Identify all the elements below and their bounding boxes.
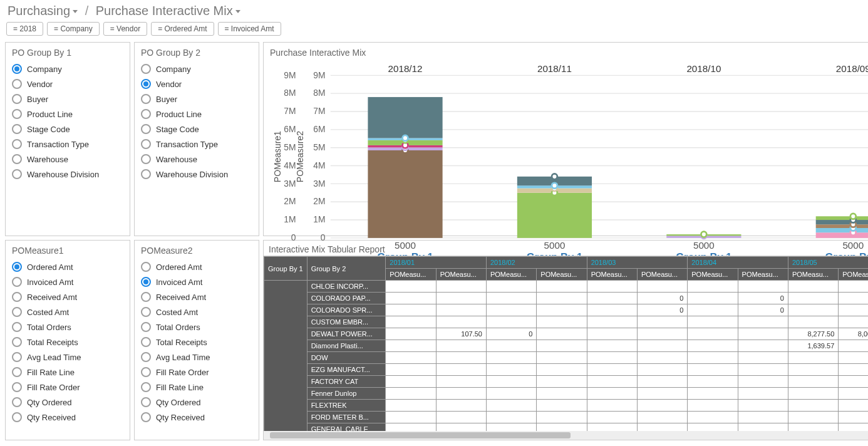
- radio-measure2-invoiced-amt[interactable]: Invoiced Amt: [137, 274, 256, 289]
- filter-pill[interactable]: = Company: [47, 22, 100, 36]
- radio-measure1-ordered-amt[interactable]: Ordered Amt: [8, 259, 127, 274]
- radio-measure2-costed-amt[interactable]: Costed Amt: [137, 304, 256, 319]
- radio-measure1-qty-received[interactable]: Qty Received: [8, 410, 127, 425]
- radio-label: Warehouse Division: [27, 170, 99, 179]
- radio-icon: [141, 64, 151, 74]
- radio-measure1-fill-rate-line[interactable]: Fill Rate Line: [8, 365, 127, 380]
- svg-text:3M: 3M: [313, 178, 325, 188]
- radio-icon: [12, 124, 22, 134]
- radio-group1-company[interactable]: Company: [8, 61, 127, 76]
- radio-measure2-total-orders[interactable]: Total Orders: [137, 319, 256, 334]
- radio-icon: [12, 79, 22, 89]
- svg-text:9M: 9M: [313, 70, 325, 80]
- radio-icon: [141, 367, 151, 377]
- radio-label: Qty Ordered: [27, 398, 72, 407]
- radio-icon: [12, 139, 22, 149]
- radio-group1-warehouse-division[interactable]: Warehouse Division: [8, 167, 127, 182]
- table-scroll[interactable]: Group By 1Group By 22018/012018/022018/0…: [264, 256, 868, 431]
- radio-measure1-qty-ordered[interactable]: Qty Ordered: [8, 395, 127, 410]
- radio-group2-buyer[interactable]: Buyer: [137, 91, 256, 106]
- radio-label: Stage Code: [156, 125, 199, 134]
- radio-measure2-avg-lead-time[interactable]: Avg Lead Time: [137, 350, 256, 365]
- radio-measure2-total-receipts[interactable]: Total Receipts: [137, 334, 256, 350]
- radio-group1-vendor[interactable]: Vendor: [8, 76, 127, 91]
- radio-icon: [12, 109, 22, 119]
- radio-label: Qty Ordered: [156, 398, 201, 407]
- radio-label: Qty Received: [27, 413, 76, 422]
- svg-text:8M: 8M: [284, 88, 296, 98]
- radio-measure2-fill-rate-order[interactable]: Fill Rate Order: [137, 365, 256, 380]
- radio-label: Total Receipts: [27, 338, 78, 347]
- radio-group2-company[interactable]: Company: [137, 61, 256, 76]
- radio-label: Costed Amt: [27, 308, 69, 317]
- radio-measure1-costed-amt[interactable]: Costed Amt: [8, 304, 127, 319]
- svg-rect-33: [368, 150, 442, 238]
- radio-measure2-ordered-amt[interactable]: Ordered Amt: [137, 259, 256, 274]
- radio-icon: [12, 277, 22, 287]
- radio-measure1-total-orders[interactable]: Total Orders: [8, 319, 127, 334]
- radio-group2-vendor[interactable]: Vendor: [137, 76, 256, 91]
- radio-group1-buyer[interactable]: Buyer: [8, 91, 127, 106]
- radio-icon: [12, 397, 22, 407]
- radio-measure2-qty-received[interactable]: Qty Received: [137, 410, 256, 425]
- svg-text:2M: 2M: [313, 196, 325, 206]
- radio-icon: [141, 382, 151, 392]
- radio-measure2-qty-ordered[interactable]: Qty Ordered: [137, 395, 256, 410]
- radio-group2-warehouse[interactable]: Warehouse: [137, 152, 256, 167]
- radio-group1-stage-code[interactable]: Stage Code: [8, 122, 127, 137]
- svg-text:4M: 4M: [313, 160, 325, 170]
- svg-text:1M: 1M: [284, 214, 296, 224]
- breadcrumb-page[interactable]: Purchase Interactive Mix: [96, 4, 240, 18]
- radio-list: CompanyVendorBuyerProduct LineStage Code…: [6, 61, 130, 236]
- radio-group1-transaction-type[interactable]: Transaction Type: [8, 137, 127, 152]
- svg-rect-66: [816, 228, 868, 232]
- radio-icon: [12, 169, 22, 179]
- breadcrumb: Purchasing / Purchase Interactive Mix: [0, 0, 868, 19]
- radio-measure2-received-amt[interactable]: Received Amt: [137, 289, 256, 304]
- radio-icon: [141, 169, 151, 179]
- radio-icon: [141, 292, 151, 302]
- radio-group2-warehouse-division[interactable]: Warehouse Division: [137, 167, 256, 182]
- radio-group1-warehouse[interactable]: Warehouse: [8, 152, 127, 167]
- radio-label: Warehouse Division: [156, 170, 228, 179]
- radio-group2-stage-code[interactable]: Stage Code: [137, 122, 256, 137]
- radio-group1-product-line[interactable]: Product Line: [8, 106, 127, 122]
- radio-group2-product-line[interactable]: Product Line: [137, 106, 256, 122]
- radio-icon: [141, 94, 151, 104]
- svg-point-53: [552, 183, 557, 189]
- filter-pill[interactable]: = Invoiced Amt: [218, 22, 281, 36]
- filter-pill[interactable]: = Ordered Amt: [151, 22, 214, 36]
- radio-label: Total Receipts: [156, 338, 207, 347]
- radio-icon: [141, 307, 151, 317]
- chart-area[interactable]: 001M1M2M2M3M3M4M4M5M5M6M6M7M7M8M8M9M9MPO…: [264, 61, 868, 274]
- filter-pill[interactable]: = 2018: [6, 22, 43, 36]
- svg-rect-38: [368, 97, 442, 138]
- radio-label: Company: [27, 65, 62, 74]
- radio-measure1-avg-lead-time[interactable]: Avg Lead Time: [8, 350, 127, 365]
- horizontal-scrollbar[interactable]: [264, 431, 868, 440]
- radio-label: Avg Lead Time: [156, 353, 210, 362]
- radio-measure1-invoiced-amt[interactable]: Invoiced Amt: [8, 274, 127, 289]
- radio-label: Buyer: [156, 95, 177, 104]
- radio-icon: [141, 352, 151, 362]
- chevron-down-icon: [73, 10, 78, 13]
- svg-text:6M: 6M: [284, 124, 296, 134]
- panel-title: PO Group By 1: [6, 43, 130, 61]
- radio-measure1-total-receipts[interactable]: Total Receipts: [8, 334, 127, 350]
- breadcrumb-sep: /: [81, 4, 93, 18]
- svg-text:7M: 7M: [284, 106, 296, 116]
- mix-table[interactable]: Group By 1Group By 22018/012018/022018/0…: [264, 256, 868, 431]
- radio-measure1-received-amt[interactable]: Received Amt: [8, 289, 127, 304]
- breadcrumb-root[interactable]: Purchasing: [8, 4, 78, 18]
- radio-label: Warehouse: [27, 155, 68, 164]
- filter-pill[interactable]: = Vendor: [103, 22, 147, 36]
- svg-point-61: [701, 232, 706, 237]
- radio-label: Stage Code: [27, 125, 70, 134]
- svg-point-74: [850, 214, 856, 219]
- radio-icon: [12, 412, 22, 422]
- panel-chart: Purchase Interactive Mix 001M1M2M2M3M3M4…: [263, 42, 868, 236]
- radio-measure1-fill-rate-order[interactable]: Fill Rate Order: [8, 380, 127, 395]
- radio-measure2-fill-rate-line[interactable]: Fill Rate Line: [137, 380, 256, 395]
- radio-group2-transaction-type[interactable]: Transaction Type: [137, 137, 256, 152]
- radio-icon: [141, 154, 151, 164]
